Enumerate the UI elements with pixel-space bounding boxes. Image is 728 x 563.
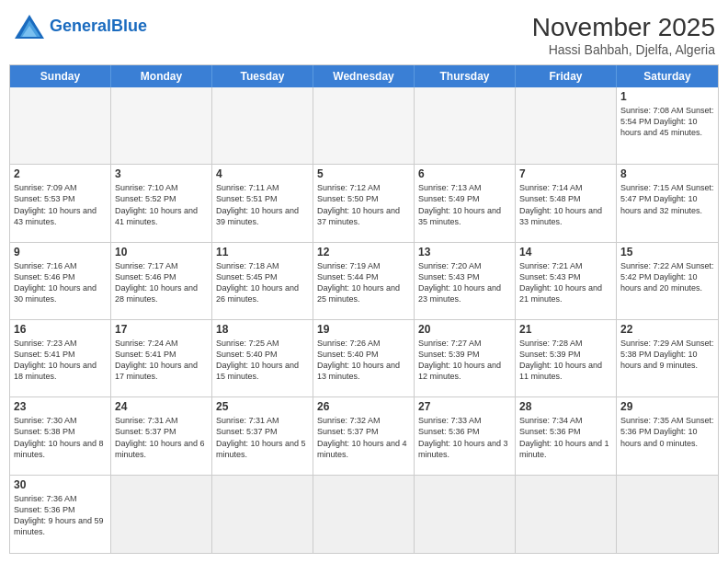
- day-cell-23: 23Sunrise: 7:30 AM Sunset: 5:38 PM Dayli…: [10, 397, 111, 474]
- week-row-1: 1Sunrise: 7:08 AM Sunset: 5:54 PM Daylig…: [10, 87, 718, 165]
- day-cell-11: 11Sunrise: 7:18 AM Sunset: 5:45 PM Dayli…: [212, 243, 313, 319]
- week-row-6: 30Sunrise: 7:36 AM Sunset: 5:36 PM Dayli…: [10, 476, 718, 553]
- day-cell-17: 17Sunrise: 7:24 AM Sunset: 5:41 PM Dayli…: [111, 320, 212, 396]
- day-cell-16: 16Sunrise: 7:23 AM Sunset: 5:41 PM Dayli…: [10, 320, 111, 396]
- month-title: November 2025: [532, 13, 715, 42]
- day-info: Sunrise: 7:30 AM Sunset: 5:38 PM Dayligh…: [14, 415, 107, 460]
- day-info: Sunrise: 7:26 AM Sunset: 5:40 PM Dayligh…: [317, 338, 410, 383]
- day-number: 14: [519, 246, 612, 259]
- day-cell-4: 4Sunrise: 7:11 AM Sunset: 5:51 PM Daylig…: [212, 165, 313, 241]
- day-info: Sunrise: 7:12 AM Sunset: 5:50 PM Dayligh…: [317, 182, 410, 227]
- day-info: Sunrise: 7:17 AM Sunset: 5:46 PM Dayligh…: [115, 260, 208, 305]
- day-number: 17: [115, 323, 208, 336]
- day-cell-empty: [212, 476, 313, 553]
- location: Hassi Bahbah, Djelfa, Algeria: [532, 42, 715, 57]
- day-cell-7: 7Sunrise: 7:14 AM Sunset: 5:48 PM Daylig…: [516, 165, 617, 241]
- day-header-wednesday: Wednesday: [313, 65, 415, 87]
- day-cell-3: 3Sunrise: 7:10 AM Sunset: 5:52 PM Daylig…: [111, 165, 212, 241]
- day-number: 15: [620, 246, 714, 259]
- day-number: 1: [620, 90, 714, 103]
- day-cell-empty: [111, 476, 212, 553]
- day-number: 20: [418, 323, 511, 336]
- day-cell-6: 6Sunrise: 7:13 AM Sunset: 5:49 PM Daylig…: [415, 165, 516, 241]
- day-number: 26: [317, 400, 410, 413]
- day-info: Sunrise: 7:23 AM Sunset: 5:41 PM Dayligh…: [14, 338, 107, 383]
- day-number: 19: [317, 323, 410, 336]
- day-cell-empty: [313, 476, 415, 553]
- day-number: 21: [519, 323, 612, 336]
- day-cell-30: 30Sunrise: 7:36 AM Sunset: 5:36 PM Dayli…: [10, 476, 111, 553]
- day-number: 8: [620, 167, 714, 180]
- day-cell-2: 2Sunrise: 7:09 AM Sunset: 5:53 PM Daylig…: [10, 165, 111, 241]
- day-number: 27: [418, 400, 511, 413]
- day-cell-empty: [415, 87, 516, 164]
- day-header-saturday: Saturday: [617, 65, 718, 87]
- day-cell-12: 12Sunrise: 7:19 AM Sunset: 5:44 PM Dayli…: [313, 243, 415, 319]
- day-cell-empty: [516, 87, 617, 164]
- day-info: Sunrise: 7:31 AM Sunset: 5:37 PM Dayligh…: [216, 415, 309, 460]
- day-headers: SundayMondayTuesdayWednesdayThursdayFrid…: [10, 65, 718, 87]
- calendar-grid: 1Sunrise: 7:08 AM Sunset: 5:54 PM Daylig…: [10, 87, 718, 553]
- logo-text: GeneralBlue: [50, 17, 147, 36]
- day-info: Sunrise: 7:08 AM Sunset: 5:54 PM Dayligh…: [620, 105, 714, 138]
- day-info: Sunrise: 7:36 AM Sunset: 5:36 PM Dayligh…: [14, 493, 107, 538]
- day-cell-27: 27Sunrise: 7:33 AM Sunset: 5:36 PM Dayli…: [415, 397, 516, 474]
- day-cell-10: 10Sunrise: 7:17 AM Sunset: 5:46 PM Dayli…: [111, 243, 212, 319]
- day-number: 3: [115, 167, 208, 180]
- day-info: Sunrise: 7:25 AM Sunset: 5:40 PM Dayligh…: [216, 338, 309, 383]
- day-number: 30: [14, 478, 107, 491]
- day-number: 9: [14, 246, 107, 259]
- day-number: 16: [14, 323, 107, 336]
- day-info: Sunrise: 7:24 AM Sunset: 5:41 PM Dayligh…: [115, 338, 208, 383]
- day-cell-9: 9Sunrise: 7:16 AM Sunset: 5:46 PM Daylig…: [10, 243, 111, 319]
- day-info: Sunrise: 7:14 AM Sunset: 5:48 PM Dayligh…: [519, 182, 612, 227]
- day-cell-26: 26Sunrise: 7:32 AM Sunset: 5:37 PM Dayli…: [313, 397, 415, 474]
- day-cell-empty: [212, 87, 313, 164]
- calendar: SundayMondayTuesdayWednesdayThursdayFrid…: [9, 64, 719, 554]
- day-cell-24: 24Sunrise: 7:31 AM Sunset: 5:37 PM Dayli…: [111, 397, 212, 474]
- logo-general: General: [50, 17, 111, 35]
- day-info: Sunrise: 7:35 AM Sunset: 5:36 PM Dayligh…: [620, 415, 714, 448]
- day-number: 23: [14, 400, 107, 413]
- day-info: Sunrise: 7:11 AM Sunset: 5:51 PM Dayligh…: [216, 182, 309, 227]
- day-header-sunday: Sunday: [10, 65, 111, 87]
- day-number: 7: [519, 167, 612, 180]
- day-info: Sunrise: 7:10 AM Sunset: 5:52 PM Dayligh…: [115, 182, 208, 227]
- week-row-5: 23Sunrise: 7:30 AM Sunset: 5:38 PM Dayli…: [10, 397, 718, 475]
- day-cell-20: 20Sunrise: 7:27 AM Sunset: 5:39 PM Dayli…: [415, 320, 516, 396]
- day-cell-13: 13Sunrise: 7:20 AM Sunset: 5:43 PM Dayli…: [415, 243, 516, 319]
- day-info: Sunrise: 7:18 AM Sunset: 5:45 PM Dayligh…: [216, 260, 309, 305]
- week-row-2: 2Sunrise: 7:09 AM Sunset: 5:53 PM Daylig…: [10, 165, 718, 242]
- header: GeneralBlue November 2025 Hassi Bahbah, …: [9, 9, 719, 57]
- day-cell-empty: [516, 476, 617, 553]
- day-cell-1: 1Sunrise: 7:08 AM Sunset: 5:54 PM Daylig…: [617, 87, 718, 164]
- day-cell-18: 18Sunrise: 7:25 AM Sunset: 5:40 PM Dayli…: [212, 320, 313, 396]
- day-info: Sunrise: 7:19 AM Sunset: 5:44 PM Dayligh…: [317, 260, 410, 305]
- day-info: Sunrise: 7:27 AM Sunset: 5:39 PM Dayligh…: [418, 338, 511, 383]
- day-info: Sunrise: 7:29 AM Sunset: 5:38 PM Dayligh…: [620, 338, 714, 371]
- logo-blue: Blue: [111, 17, 147, 35]
- day-cell-8: 8Sunrise: 7:15 AM Sunset: 5:47 PM Daylig…: [617, 165, 718, 241]
- day-cell-28: 28Sunrise: 7:34 AM Sunset: 5:36 PM Dayli…: [516, 397, 617, 474]
- day-cell-empty: [415, 476, 516, 553]
- day-info: Sunrise: 7:21 AM Sunset: 5:43 PM Dayligh…: [519, 260, 612, 305]
- day-number: 12: [317, 246, 410, 259]
- day-info: Sunrise: 7:13 AM Sunset: 5:49 PM Dayligh…: [418, 182, 511, 227]
- day-number: 13: [418, 246, 511, 259]
- day-info: Sunrise: 7:33 AM Sunset: 5:36 PM Dayligh…: [418, 415, 511, 460]
- title-section: November 2025 Hassi Bahbah, Djelfa, Alge…: [532, 13, 715, 57]
- day-cell-14: 14Sunrise: 7:21 AM Sunset: 5:43 PM Dayli…: [516, 243, 617, 319]
- day-cell-empty: [313, 87, 415, 164]
- day-number: 29: [620, 400, 714, 413]
- day-info: Sunrise: 7:34 AM Sunset: 5:36 PM Dayligh…: [519, 415, 612, 460]
- day-cell-22: 22Sunrise: 7:29 AM Sunset: 5:38 PM Dayli…: [617, 320, 718, 396]
- day-number: 25: [216, 400, 309, 413]
- day-number: 22: [620, 323, 714, 336]
- day-header-monday: Monday: [111, 65, 212, 87]
- day-info: Sunrise: 7:22 AM Sunset: 5:42 PM Dayligh…: [620, 260, 714, 293]
- day-header-tuesday: Tuesday: [212, 65, 313, 87]
- day-number: 6: [418, 167, 511, 180]
- day-number: 10: [115, 246, 208, 259]
- day-cell-empty: [617, 476, 718, 553]
- day-info: Sunrise: 7:28 AM Sunset: 5:39 PM Dayligh…: [519, 338, 612, 383]
